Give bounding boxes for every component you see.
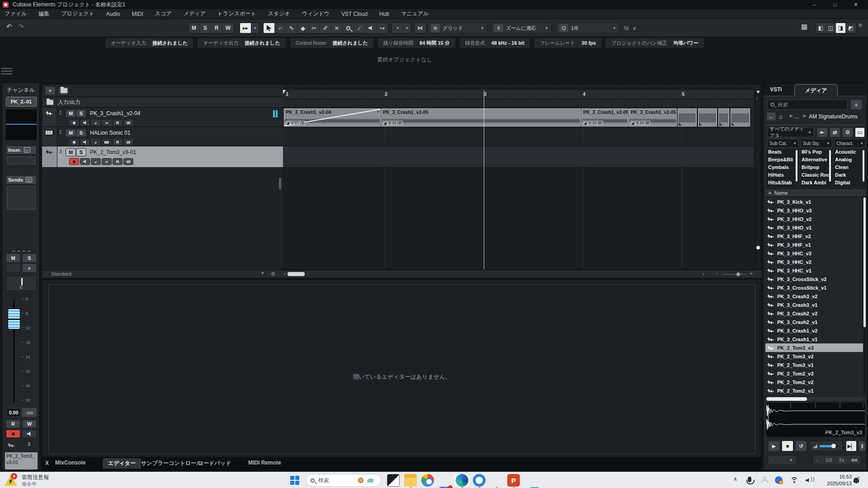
status-item[interactable]: オーディオ出力 接続されました (198, 38, 285, 48)
close-button[interactable]: ✕ (845, 0, 866, 9)
menu-item[interactable]: Audio (106, 11, 120, 17)
empty-lane-area[interactable] (283, 168, 754, 270)
track-row-1[interactable]: 1 M S PK_3_Crash1_v2-04 e ∞ R W (42, 108, 283, 127)
write-automation-button[interactable]: W (123, 158, 133, 165)
quantize-select[interactable]: Q 1/8 ▼ (556, 23, 619, 33)
autoscroll-icon[interactable]: ▸▸ (240, 23, 251, 33)
track-preset-button[interactable] (58, 86, 69, 95)
monitor-button[interactable] (80, 158, 90, 165)
browser-layout-icon[interactable]: ▭ (855, 127, 865, 137)
record-enable-button[interactable] (6, 430, 20, 438)
write-automation-button[interactable]: W (123, 139, 133, 145)
start-button[interactable] (290, 476, 300, 485)
comp-tool-icon[interactable]: ◔ (392, 23, 403, 33)
taskbar-search-input[interactable] (318, 477, 354, 483)
filter-item[interactable]: Classic Roc (801, 172, 832, 180)
media-file-row[interactable]: PK_3_HHO_v3 (765, 206, 863, 215)
chrome-icon[interactable] (421, 474, 434, 487)
filter-item[interactable]: Beeps&Bli (767, 157, 799, 164)
media-file-row[interactable]: PK_3_Crash3_v2 (765, 292, 863, 300)
window-layout-gear-icon[interactable]: ⚙ (858, 23, 863, 33)
mute-tool[interactable]: ✕ (331, 23, 343, 33)
shuffle-results-icon[interactable]: ⇄ (830, 127, 840, 137)
zoom-slider-handle[interactable] (736, 272, 740, 276)
read-automation-button[interactable]: R (113, 158, 123, 165)
back-icon[interactable]: ← (766, 112, 776, 121)
filter-item[interactable]: Alternative (801, 157, 832, 164)
zone-layout-icon[interactable]: ◩ (846, 23, 856, 33)
track3-lane-selected[interactable] (283, 146, 754, 168)
scroll-thumb[interactable] (863, 197, 866, 327)
audio-event-small[interactable] (731, 108, 750, 127)
filter-item[interactable]: Hits&Stab (767, 180, 799, 188)
edit-channel-button[interactable]: e (91, 158, 101, 165)
media-file-row[interactable]: PK_3_Crash2_v1 (765, 318, 863, 326)
undo-icon[interactable]: ↶ (6, 23, 12, 33)
wifi-icon[interactable] (790, 477, 798, 483)
media-file-row[interactable]: PK_3_Crash3_v1 (765, 300, 863, 309)
filter-item[interactable]: Clean (834, 164, 866, 172)
task-view-icon[interactable] (387, 474, 400, 487)
zoom-slash-icon[interactable]: ∕ (757, 96, 758, 101)
beat-fraction[interactable]: 1/2 (826, 457, 832, 463)
audio-event-small[interactable] (678, 108, 697, 127)
settings-gear-icon[interactable]: ⚙ (842, 127, 853, 137)
file-list-name-header[interactable]: Name (765, 188, 866, 197)
insert-slot[interactable] (7, 156, 36, 164)
scroll-left-icon[interactable]: ‹ (284, 271, 286, 277)
sends-section[interactable]: Sends◫ (6, 175, 37, 184)
right-zone-toggle-icon[interactable]: ◨ (836, 23, 846, 33)
media-file-row[interactable]: PK_3_HHF_v2 (765, 232, 863, 240)
powerpoint-icon[interactable]: P (507, 474, 520, 487)
weather-app-icon[interactable] (775, 476, 783, 484)
media-file-row[interactable]: PK_2_Tom3_v2 (765, 352, 863, 361)
scroll-handle[interactable] (756, 246, 760, 249)
edit-channel-button[interactable]: e (91, 119, 101, 126)
line-tool[interactable]: ∕ (354, 23, 365, 33)
play-position-button[interactable]: ∥ (859, 441, 866, 451)
search-input[interactable] (777, 102, 836, 108)
filter-character-select[interactable]: Charact.▼ (834, 139, 866, 148)
status-item[interactable]: フレームレート 30 fps (534, 38, 601, 48)
status-item[interactable]: プロジェクトのパン補正 均等パワー (606, 38, 704, 48)
menu-item[interactable]: Hub (379, 11, 389, 17)
read-automation-button[interactable]: R (113, 119, 123, 126)
breadcrumb-current[interactable]: AM SignatureDrums (809, 113, 858, 120)
edge-icon[interactable] (456, 474, 468, 487)
media-file-row[interactable]: PK_3_Crash2_v2 (765, 309, 863, 318)
audio-event[interactable]: PK_3_Crash1_v2-04 » ◢ -2.93 dB (284, 108, 381, 127)
scroll-right-icon[interactable]: › (703, 271, 704, 277)
audio-event[interactable]: PK_3_Crash1_v2-05 ◢ -9.34 dB (381, 108, 581, 127)
media-file-row[interactable]: PK_2_Tom3_v3 (765, 343, 863, 352)
media-file-row[interactable]: PK_3_Crash1_v2 (765, 326, 863, 335)
channel-blank-button[interactable] (6, 263, 20, 272)
monitor-button[interactable] (80, 119, 90, 126)
feedback-tool[interactable]: ↪ (377, 23, 388, 33)
zoom-in-icon[interactable]: + (750, 271, 753, 276)
track-name[interactable]: PK_2_Tom3_v3-01 (90, 149, 136, 155)
draw-tool[interactable]: ✎ (286, 23, 297, 33)
menu-item[interactable]: トランスポート (217, 10, 256, 18)
column-scrollbar[interactable] (796, 150, 797, 182)
filter-item[interactable]: HiHats (767, 172, 799, 180)
left-zone-toggle-icon[interactable]: ◧ (816, 23, 826, 33)
add-track-button[interactable]: + (45, 86, 56, 95)
menu-item[interactable]: メディア (184, 10, 206, 18)
column-scrollbar[interactable] (829, 150, 831, 182)
reset-filter-icon[interactable]: ⇤ (817, 127, 828, 137)
file-list-hscrollbar[interactable] (766, 397, 863, 401)
audio-event-small[interactable] (718, 108, 729, 127)
tab-media[interactable]: メディア (794, 84, 838, 96)
autoscroll-dropdown-icon[interactable]: ▼ (251, 23, 259, 33)
menu-item[interactable]: マニュアル (401, 10, 429, 18)
read-automation-button[interactable]: R (113, 139, 123, 145)
preview-stop-button[interactable]: ■ (782, 441, 793, 451)
file-list-scrollbar[interactable] (863, 197, 866, 395)
tab-mixconsole[interactable]: MixConsole (55, 460, 85, 466)
media-search-box[interactable] (767, 99, 848, 110)
filter-subcategory-select[interactable]: Sub Cat.▼ (767, 139, 799, 148)
volume-knob[interactable] (831, 444, 836, 448)
media-file-row[interactable]: PK_3_Kick_v1 (765, 197, 863, 206)
freeze-button[interactable]: ∞ (102, 119, 112, 126)
menu-item[interactable]: ウィンドウ (302, 10, 330, 18)
